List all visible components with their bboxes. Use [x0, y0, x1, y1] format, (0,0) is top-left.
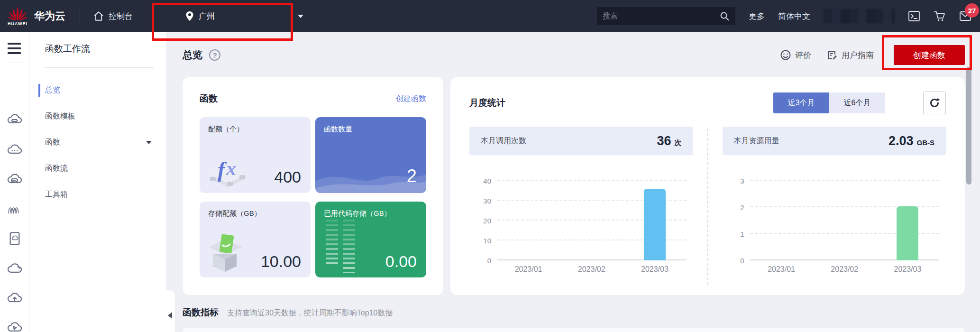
- functiongraph-side-panel: 函数工作流 总览 函数模板 函数 函数流 工具箱: [29, 32, 166, 332]
- range-6-months-button[interactable]: 近6个月: [829, 92, 885, 113]
- sidebar-item-templates[interactable]: 函数模板: [29, 103, 166, 129]
- sidebar-item-label: 函数: [45, 138, 60, 148]
- function-metrics-heading: 函数指标 支持查询近30天数据，统计周期不影响Top10数据: [183, 306, 393, 319]
- topbar-divider: [80, 10, 80, 22]
- guide-label: 用户指南: [842, 50, 874, 61]
- svg-text:x: x: [226, 157, 236, 179]
- cloud-server-icon[interactable]: [7, 112, 23, 128]
- invocations-stat-strip: 本月调用次数 36 次: [469, 127, 693, 155]
- console-label: 控制台: [109, 11, 133, 22]
- service-icon-rail: [0, 32, 29, 332]
- top-navigation-bar: HUAWEI 华为云 控制台 广州: [0, 0, 980, 32]
- sidebar-item-flows[interactable]: 函数流: [29, 156, 166, 182]
- page-header: 总览 ? 评价 用户指南 创: [183, 44, 965, 66]
- cloud-icon[interactable]: [7, 261, 23, 277]
- y-axis-tick: 0: [475, 257, 491, 265]
- collapse-left-icon: [168, 312, 172, 319]
- language-switcher[interactable]: 简体中文: [778, 11, 810, 22]
- x-axis-tick: 2023/01: [750, 265, 813, 279]
- code-bars-icon: [326, 220, 355, 270]
- cloud-config-icon[interactable]: [7, 172, 23, 188]
- bar-2023/03: [897, 206, 918, 260]
- guide-doc-icon: [826, 49, 838, 61]
- region-selector[interactable]: 广州: [185, 10, 303, 22]
- waves-icon[interactable]: [7, 201, 23, 217]
- storage-box-3d-icon: [206, 231, 250, 272]
- region-caret-icon: [298, 15, 303, 18]
- tile-value: 400: [274, 168, 301, 186]
- tile-value: 10.00: [261, 252, 301, 271]
- invocations-panel: 本月调用次数 36 次 0102030402023/012023/022023/…: [469, 127, 707, 285]
- y-axis-tick: 2: [728, 203, 744, 212]
- smiley-icon: [780, 49, 791, 61]
- search-input[interactable]: [603, 12, 719, 20]
- panel-collapse-handle[interactable]: [166, 290, 175, 332]
- feedback-button[interactable]: 评价: [780, 49, 811, 61]
- console-home-link[interactable]: 控制台: [92, 10, 133, 22]
- messages-button[interactable]: 27: [959, 10, 971, 22]
- invocations-bar-chart: 0102030402023/012023/022023/03: [469, 169, 693, 279]
- tile-label: 配额（个）: [208, 125, 302, 134]
- unread-count-badge: 27: [965, 3, 979, 18]
- y-axis-tick: 40: [475, 177, 491, 185]
- fx-3d-icon: f x: [206, 150, 250, 187]
- main-content: 总览 ? 评价 用户指南 创: [166, 32, 972, 332]
- tile-value: 0.00: [385, 252, 417, 271]
- metrics-subtitle: 支持查询近30天数据，统计周期不影响Top10数据: [227, 308, 393, 318]
- sidebar-item-toolbox[interactable]: 工具箱: [29, 182, 166, 208]
- gridline: [497, 180, 687, 181]
- rail-divider: [6, 63, 23, 63]
- huawei-petal-logo-icon: [8, 7, 27, 21]
- monthly-statistics-card: 月度统计 近3个月 近6个月 本月调用次数 3: [450, 77, 965, 295]
- hamburger-menu-icon[interactable]: [8, 43, 29, 54]
- x-axis-tick: 2023/02: [813, 265, 876, 279]
- sidebar-item-label: 总览: [45, 85, 60, 95]
- shopping-cart-icon[interactable]: [934, 10, 946, 22]
- huawei-logo[interactable]: HUAWEI: [8, 7, 27, 26]
- page-title: 总览: [183, 48, 202, 62]
- cloud-upload-icon[interactable]: [7, 290, 23, 306]
- resource-usage-panel: 本月资源用量 2.03 GB-S 01232023/012023/022023/…: [708, 127, 946, 285]
- more-menu[interactable]: 更多: [749, 11, 765, 22]
- cli-console-icon[interactable]: [908, 10, 920, 22]
- y-axis-tick: 3: [728, 177, 744, 185]
- create-function-link[interactable]: 创建函数: [396, 94, 426, 104]
- cloud-cursor-icon[interactable]: [7, 320, 23, 332]
- scrollbar-thumb[interactable]: [966, 67, 971, 184]
- global-search[interactable]: [597, 7, 735, 25]
- help-icon[interactable]: ?: [209, 49, 220, 61]
- resource-stat-strip: 本月资源用量 2.03 GB-S: [723, 127, 946, 155]
- location-pin-icon: [185, 10, 194, 22]
- home-icon: [92, 10, 105, 22]
- create-function-button[interactable]: 创建函数: [894, 45, 965, 65]
- stat-unit: GB-S: [917, 138, 935, 147]
- vertical-scrollbar: [965, 65, 972, 332]
- x-axis-tick: 2023/03: [623, 265, 686, 279]
- x-axis-tick: 2023/03: [876, 265, 939, 279]
- range-3-months-button[interactable]: 近3个月: [773, 92, 829, 113]
- topbar-right-tools: 更多 简体中文 27: [597, 7, 971, 25]
- next-card-top-edge: [183, 328, 965, 332]
- chevron-down-icon: [146, 141, 152, 144]
- stat-value: 2.03: [888, 134, 914, 148]
- doc-cloud-icon[interactable]: [7, 231, 23, 247]
- cloud-dots-icon[interactable]: [7, 142, 23, 158]
- y-axis-tick: 10: [475, 237, 491, 245]
- brand-name[interactable]: 华为云: [34, 9, 65, 23]
- redacted-account-name[interactable]: [824, 9, 895, 23]
- user-guide-button[interactable]: 用户指南: [826, 49, 874, 61]
- huawei-wordmark: HUAWEI: [8, 21, 27, 26]
- refresh-button[interactable]: [923, 92, 946, 114]
- sidebar-item-functions[interactable]: 函数: [29, 129, 166, 156]
- tile-function-quota: 配额（个） f x 400: [200, 117, 311, 193]
- tile-value: 2: [407, 166, 417, 186]
- stat-label: 本月调用次数: [481, 136, 526, 146]
- function-summary-card: 函数 创建函数 配额（个） f x 400: [183, 77, 443, 295]
- tile-label: 存储配额（GB）: [208, 209, 302, 218]
- sidebar-item-overview[interactable]: 总览: [29, 77, 166, 103]
- metrics-title: 函数指标: [183, 306, 219, 319]
- y-axis-tick: 0: [728, 257, 744, 265]
- sidebar-item-label: 工具箱: [45, 190, 68, 200]
- function-card-title: 函数: [200, 92, 218, 105]
- search-icon[interactable]: [719, 11, 730, 21]
